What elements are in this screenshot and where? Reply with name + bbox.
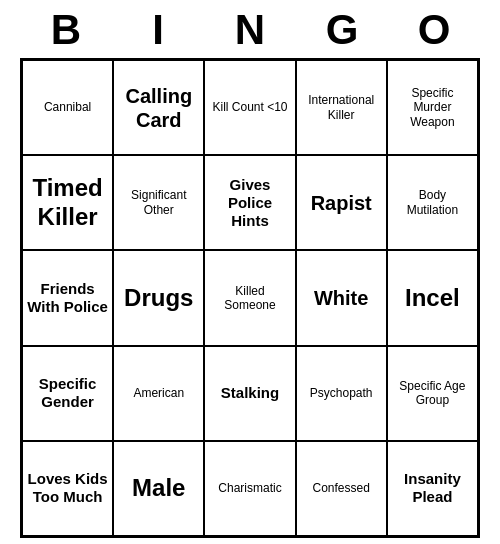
bingo-header: B I N G O: [20, 0, 480, 58]
bingo-cell-1: Calling Card: [113, 60, 204, 155]
bingo-cell-18: Psychopath: [296, 346, 387, 441]
bingo-cell-4: Specific Murder Weapon: [387, 60, 478, 155]
letter-g: G: [301, 6, 383, 54]
bingo-cell-10: Friends With Police: [22, 250, 113, 345]
letter-o: O: [393, 6, 475, 54]
bingo-cell-3: International Killer: [296, 60, 387, 155]
letter-n: N: [209, 6, 291, 54]
letter-i: I: [117, 6, 199, 54]
bingo-cell-20: Loves Kids Too Much: [22, 441, 113, 536]
bingo-cell-6: Significant Other: [113, 155, 204, 250]
bingo-cell-7: Gives Police Hints: [204, 155, 295, 250]
bingo-cell-19: Specific Age Group: [387, 346, 478, 441]
bingo-cell-13: White: [296, 250, 387, 345]
bingo-cell-5: Timed Killer: [22, 155, 113, 250]
bingo-cell-8: Rapist: [296, 155, 387, 250]
bingo-cell-17: Stalking: [204, 346, 295, 441]
bingo-cell-14: Incel: [387, 250, 478, 345]
bingo-cell-15: Specific Gender: [22, 346, 113, 441]
bingo-cell-12: Killed Someone: [204, 250, 295, 345]
bingo-cell-23: Confessed: [296, 441, 387, 536]
bingo-grid: CannibalCalling CardKill Count <10Intern…: [20, 58, 480, 538]
bingo-cell-2: Kill Count <10: [204, 60, 295, 155]
bingo-cell-22: Charismatic: [204, 441, 295, 536]
letter-b: B: [25, 6, 107, 54]
bingo-cell-0: Cannibal: [22, 60, 113, 155]
bingo-cell-24: Insanity Plead: [387, 441, 478, 536]
bingo-cell-16: American: [113, 346, 204, 441]
bingo-cell-21: Male: [113, 441, 204, 536]
bingo-cell-11: Drugs: [113, 250, 204, 345]
bingo-cell-9: Body Mutilation: [387, 155, 478, 250]
